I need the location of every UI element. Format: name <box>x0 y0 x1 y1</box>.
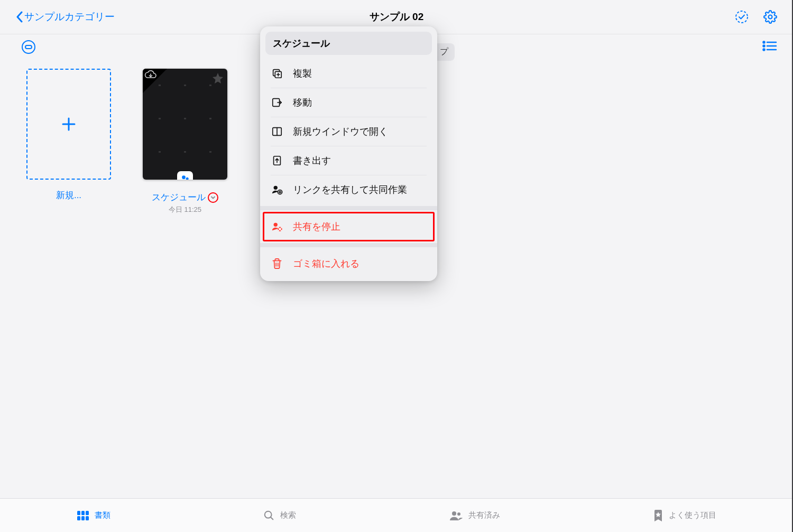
tab-documents[interactable]: 書類 <box>77 510 110 521</box>
topbar-actions <box>735 10 777 24</box>
collab-icon <box>180 174 190 180</box>
star-icon <box>211 72 224 87</box>
tab-shared[interactable]: 共有済み <box>449 510 500 521</box>
svg-point-28 <box>274 223 278 227</box>
select-mode-button[interactable] <box>735 10 749 24</box>
filter-circle-icon <box>21 40 36 54</box>
view-toggle-button[interactable] <box>762 40 777 54</box>
export-icon <box>271 155 283 166</box>
filter-button[interactable] <box>21 40 36 54</box>
menu-share-collab[interactable]: リンクを共有して共同作業 <box>260 175 437 204</box>
new-document-tile[interactable]: 新規... <box>26 69 111 214</box>
menu-group-separator <box>260 206 437 210</box>
context-menu: スケジュール 複製 移動 新規ウインドウで開く 書き出す リンクを共有して共同作… <box>260 26 437 281</box>
settings-button[interactable] <box>763 10 777 24</box>
menu-label: リンクを共有して共同作業 <box>293 183 407 196</box>
menu-label: 新規ウインドウで開く <box>293 125 388 138</box>
gear-icon <box>763 10 777 24</box>
svg-point-13 <box>186 178 189 180</box>
menu-label: 書き出す <box>293 154 331 167</box>
document-name: スケジュール <box>152 191 206 203</box>
stop-share-icon <box>271 221 283 232</box>
people-icon <box>449 510 463 521</box>
document-grid: 新規... スケジュール <box>26 69 227 214</box>
menu-label: 共有を停止 <box>293 220 340 233</box>
cloud-download-icon <box>144 70 157 82</box>
list-icon <box>762 40 777 52</box>
svg-point-12 <box>182 175 186 179</box>
svg-point-24 <box>274 186 278 190</box>
svg-rect-36 <box>86 511 89 515</box>
trash-icon <box>271 258 283 269</box>
share-badge <box>177 171 193 180</box>
bookmark-star-icon <box>653 510 663 521</box>
svg-point-2 <box>22 41 35 53</box>
plus-icon <box>61 116 77 132</box>
menu-label: 複製 <box>293 67 312 80</box>
document-menu-chevron[interactable] <box>208 192 218 203</box>
search-icon <box>263 510 275 521</box>
grid-icon <box>77 510 89 521</box>
move-icon <box>271 97 283 108</box>
tab-label: よく使う項目 <box>669 510 716 520</box>
svg-rect-38 <box>81 516 85 520</box>
tabbar: 書類 検索 共有済み よく使う項目 <box>0 498 793 532</box>
svg-point-4 <box>763 41 765 43</box>
check-circle-dashed-icon <box>735 10 749 24</box>
menu-duplicate[interactable]: 複製 <box>260 59 437 88</box>
menu-label: 移動 <box>293 96 312 109</box>
page-title: サンプル 02 <box>370 10 423 24</box>
tab-search[interactable]: 検索 <box>263 510 296 521</box>
svg-point-6 <box>763 45 765 46</box>
svg-point-0 <box>736 11 748 23</box>
chevron-left-icon <box>16 11 23 23</box>
menu-trash[interactable]: ゴミ箱に入れる <box>260 249 437 278</box>
menu-move[interactable]: 移動 <box>260 88 437 117</box>
svg-rect-37 <box>77 516 80 520</box>
new-tile-label: 新規... <box>56 189 81 201</box>
document-thumbnail[interactable] <box>143 69 227 180</box>
tab-favorites[interactable]: よく使う項目 <box>653 510 716 521</box>
svg-rect-34 <box>77 511 80 515</box>
menu-open-new-window[interactable]: 新規ウインドウで開く <box>260 117 437 146</box>
svg-rect-3 <box>25 45 32 49</box>
svg-rect-35 <box>81 511 85 515</box>
menu-label: ゴミ箱に入れる <box>293 257 359 270</box>
document-date: 今日 11:25 <box>169 205 201 214</box>
tab-label: 書類 <box>95 510 110 520</box>
svg-point-1 <box>769 15 772 19</box>
window-icon <box>271 126 283 137</box>
chevron-down-icon <box>210 195 216 200</box>
document-tile[interactable]: スケジュール 今日 11:25 <box>143 69 227 214</box>
tab-label: 検索 <box>280 510 296 520</box>
menu-export[interactable]: 書き出す <box>260 146 437 175</box>
svg-point-43 <box>457 512 460 516</box>
svg-rect-39 <box>86 516 89 520</box>
context-menu-title: スケジュール <box>265 32 432 55</box>
menu-stop-sharing[interactable]: 共有を停止 <box>263 212 434 241</box>
back-button[interactable]: サンプルカテゴリー <box>16 10 115 24</box>
back-label: サンプルカテゴリー <box>24 10 115 24</box>
new-tile-box[interactable] <box>26 69 111 180</box>
svg-line-41 <box>271 517 273 519</box>
menu-group-separator <box>260 243 437 247</box>
svg-point-8 <box>763 49 765 50</box>
svg-point-42 <box>452 511 456 516</box>
share-link-icon <box>271 184 283 195</box>
duplicate-icon <box>271 68 283 79</box>
document-name-row[interactable]: スケジュール <box>152 191 218 203</box>
tab-label: 共有済み <box>468 510 500 520</box>
